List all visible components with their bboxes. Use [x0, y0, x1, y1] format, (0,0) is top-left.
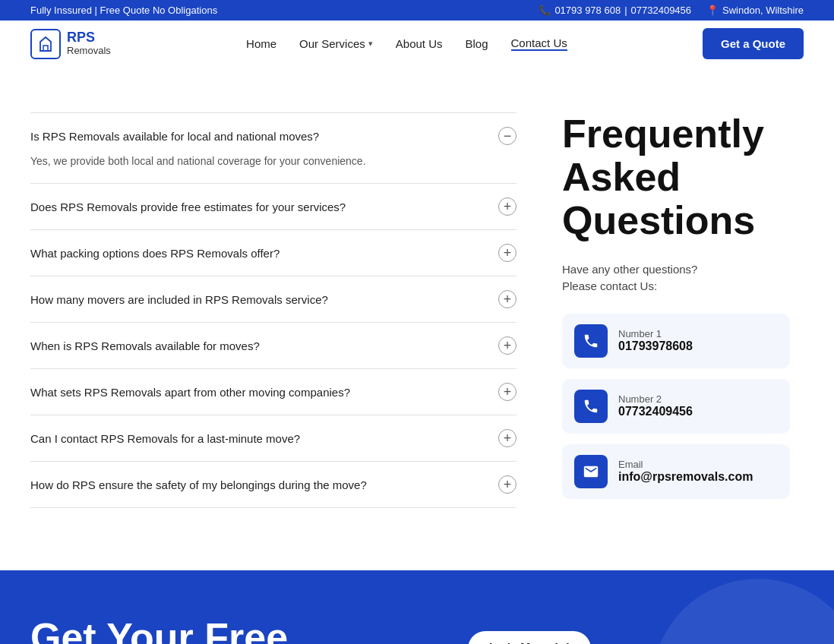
- logo-removals: Removals: [67, 46, 111, 56]
- faq-title: Frequently Asked Questions: [562, 112, 790, 243]
- phone-icon: 📞: [539, 5, 551, 16]
- faq-toggle-1[interactable]: +: [498, 197, 517, 216]
- faq-toggle-4[interactable]: +: [498, 336, 517, 355]
- header: RPS Removals Home Our Services ▾ About U…: [0, 21, 834, 67]
- faq-question-0[interactable]: Is RPS Removals available for local and …: [30, 127, 517, 145]
- location-icon: 📍: [706, 5, 719, 16]
- faq-toggle-7[interactable]: +: [498, 475, 517, 494]
- svg-rect-0: [43, 46, 48, 51]
- faq-item-0: Is RPS Removals available for local and …: [30, 112, 517, 184]
- contact-value-phone1: 01793978608: [618, 339, 693, 353]
- get-quote-button[interactable]: Get a Quote: [703, 28, 804, 59]
- faq-item-3: How many movers are included in RPS Remo…: [30, 276, 517, 323]
- chevron-down-icon: ▾: [368, 39, 373, 49]
- email-icon: [574, 455, 608, 488]
- nav-home[interactable]: Home: [246, 37, 276, 50]
- contact-card-email: Email info@rpsremovals.com: [562, 444, 790, 499]
- faq-list: Is RPS Removals available for local and …: [30, 112, 517, 510]
- phone2: 07732409456: [631, 5, 692, 16]
- faq-question-2[interactable]: What packing options does RPS Removals o…: [30, 244, 517, 262]
- top-bar-right: 📞 01793 978 608 | 07732409456 📍 Swindon,…: [539, 5, 804, 16]
- location-text: Swindon, Wiltshire: [722, 5, 804, 16]
- faq-item-7: How do RPS ensure the safety of my belon…: [30, 462, 517, 508]
- contact-label-phone2: Number 2: [618, 393, 693, 405]
- main-nav: Home Our Services ▾ About Us Blog Contac…: [246, 36, 567, 51]
- faq-item-2: What packing options does RPS Removals o…: [30, 230, 517, 276]
- logo: RPS Removals: [30, 29, 111, 59]
- contact-info-phone1: Number 1 01793978608: [618, 328, 693, 353]
- top-bar-location: 📍 Swindon, Wiltshire: [706, 5, 804, 16]
- faq-question-text-5: What sets RPS Removals apart from other …: [30, 386, 350, 399]
- contact-label-email: Email: [618, 459, 753, 470]
- nav-about-us[interactable]: About Us: [396, 37, 443, 50]
- nav-our-services[interactable]: Our Services ▾: [299, 37, 373, 50]
- faq-item-1: Does RPS Removals provide free estimates…: [30, 184, 517, 230]
- nav-contact-us[interactable]: Contact Us: [511, 36, 567, 51]
- faq-question-1[interactable]: Does RPS Removals provide free estimates…: [30, 197, 517, 216]
- faq-item-4: When is RPS Removals available for moves…: [30, 323, 517, 369]
- nav-blog[interactable]: Blog: [465, 37, 488, 50]
- faq-answer-0: Yes, we provide both local and national …: [30, 153, 517, 169]
- truck-illustration: [568, 624, 834, 644]
- contact-value-email: info@rpsremovals.com: [618, 470, 753, 484]
- faq-question-text-6: Can I contact RPS Removals for a last-mi…: [30, 432, 300, 445]
- contact-value-phone2: 07732409456: [618, 405, 693, 418]
- faq-item-6: Can I contact RPS Removals for a last-mi…: [30, 415, 517, 462]
- phone-separator: |: [624, 5, 627, 16]
- contact-card-phone1: Number 1 01793978608: [562, 314, 790, 368]
- phone1: 01793 978 608: [554, 5, 621, 16]
- faq-question-text-7: How do RPS ensure the safety of my belon…: [30, 478, 367, 491]
- logo-rps: RPS: [67, 30, 111, 46]
- contact-info-phone2: Number 2 07732409456: [618, 393, 693, 418]
- bottom-section: Get Your Free Moving Quote Today! Let's …: [0, 570, 834, 644]
- faq-toggle-0[interactable]: −: [498, 127, 517, 145]
- top-bar-left: Fully Inssured | Free Quote No Obligatio…: [30, 5, 217, 16]
- faq-question-text-4: When is RPS Removals available for moves…: [30, 339, 260, 352]
- faq-question-4[interactable]: When is RPS Removals available for moves…: [30, 336, 517, 355]
- faq-question-text-0: Is RPS Removals available for local and …: [30, 130, 319, 143]
- faq-item-5: What sets RPS Removals apart from other …: [30, 369, 517, 415]
- bottom-title: Get Your Free Moving Quote Today!: [30, 616, 410, 644]
- contact-label-phone1: Number 1: [618, 328, 693, 339]
- phone-icon-1: [574, 324, 608, 358]
- faq-question-6[interactable]: Can I contact RPS Removals for a last-mi…: [30, 429, 517, 447]
- faq-question-text-1: Does RPS Removals provide free estimates…: [30, 200, 346, 213]
- faq-subtitle: Have any other questions?Please contact …: [562, 261, 790, 295]
- faq-question-text-2: What packing options does RPS Removals o…: [30, 247, 280, 260]
- faq-question-7[interactable]: How do RPS ensure the safety of my belon…: [30, 475, 517, 494]
- logo-icon: [30, 29, 61, 59]
- top-bar: Fully Inssured | Free Quote No Obligatio…: [0, 0, 834, 21]
- faq-toggle-2[interactable]: +: [498, 244, 517, 262]
- faq-toggle-6[interactable]: +: [498, 429, 517, 447]
- top-bar-phones: 📞 01793 978 608 | 07732409456: [539, 5, 691, 16]
- main-content: Is RPS Removals available for local and …: [0, 67, 834, 570]
- contact-info-email: Email info@rpsremovals.com: [618, 459, 753, 484]
- phone-icon-2: [574, 390, 608, 423]
- faq-toggle-3[interactable]: +: [498, 290, 517, 308]
- faq-question-5[interactable]: What sets RPS Removals apart from other …: [30, 383, 517, 401]
- contact-card-phone2: Number 2 07732409456: [562, 379, 790, 434]
- faq-question-3[interactable]: How many movers are included in RPS Remo…: [30, 290, 517, 308]
- top-bar-tagline: Fully Inssured | Free Quote No Obligatio…: [30, 5, 217, 16]
- faq-question-text-3: How many movers are included in RPS Remo…: [30, 293, 328, 306]
- logo-text: RPS Removals: [67, 30, 111, 56]
- faq-toggle-5[interactable]: +: [498, 383, 517, 401]
- faq-info-panel: Frequently Asked Questions Have any othe…: [562, 112, 790, 510]
